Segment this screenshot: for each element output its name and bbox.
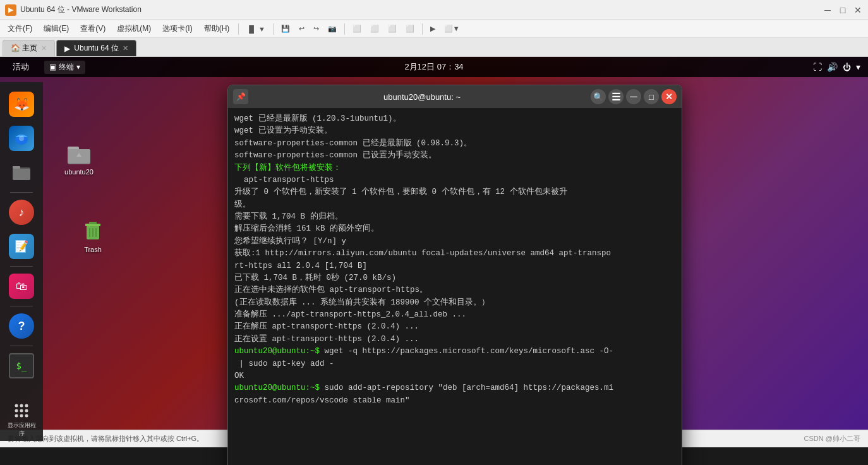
term-line-10: 您希望继续执行吗？ [Y/n] y xyxy=(234,236,675,248)
term-line-11: 获取:1 http://mirrors.aliyun.com/ubuntu fo… xyxy=(234,248,675,272)
toolbar-separator-3 xyxy=(344,23,345,35)
menu-view[interactable]: 查看(V) xyxy=(75,22,111,35)
ubuntu-desktop: 活动 ▣ 终端 ▾ 2月12日 07：34 ⛶ 🔊 ⏻ ▾ 🦊 xyxy=(0,57,868,447)
appgrid-icon xyxy=(9,401,34,421)
firefox-icon: 🦊 xyxy=(9,92,34,117)
minimize-button[interactable]: ─ xyxy=(823,5,833,15)
watermark: CSDN @帅小二哥 xyxy=(804,434,860,444)
snapshot-btn3[interactable]: 📷 xyxy=(324,23,341,34)
svg-rect-19 xyxy=(89,222,97,224)
dock-item-files[interactable] xyxy=(6,157,37,188)
rhythmbox-icon: ♪ xyxy=(9,200,34,225)
dock-item-help[interactable]: ? xyxy=(6,311,37,341)
dock-item-appgrid[interactable]: 显示应用程序 xyxy=(6,404,37,434)
toolbar-separator-2 xyxy=(273,23,274,35)
term-line-19: OK xyxy=(234,370,675,382)
ubuntu-tab-label: Ubuntu 64 位 xyxy=(74,43,119,54)
view-btn1[interactable]: ⬜ xyxy=(349,23,365,34)
menu-help[interactable]: 帮助(H) xyxy=(199,22,235,35)
svg-rect-3 xyxy=(13,166,20,169)
thunderbird-icon xyxy=(9,126,34,151)
term-line-6: apt-transport-https xyxy=(234,174,675,186)
network-icon[interactable]: ⛶ xyxy=(813,62,822,72)
close-button[interactable]: ✕ xyxy=(853,5,863,15)
tab-ubuntu[interactable]: ▶ Ubuntu 64 位 ✕ xyxy=(56,40,136,56)
home-tab-label: 🏠 主页 xyxy=(11,43,37,54)
appgrid-label: 显示应用程序 xyxy=(6,421,37,438)
term-line-20: ubuntu20@ubuntu:~$ sudo add-apt-reposito… xyxy=(234,382,675,407)
menu-vm[interactable]: 虚拟机(M) xyxy=(112,22,156,35)
term-line-13: 正在选中未选择的软件包 apt-transport-https。 xyxy=(234,284,675,296)
dock-item-firefox[interactable]: 🦊 xyxy=(6,89,37,119)
svg-point-13 xyxy=(25,414,28,417)
desktop-icon-trash[interactable]: Trash xyxy=(68,210,118,257)
terminal-titlebar: 📌 ubuntu20@ubuntu: ~ 🔍 ☰ ─ □ ✕ xyxy=(228,85,682,108)
menu-file[interactable]: 文件(F) xyxy=(3,22,37,35)
terminal-search-button[interactable]: 🔍 xyxy=(591,89,606,104)
desktop-icon-home[interactable]: ubuntu20 xyxy=(54,133,104,179)
writer-icon: 📝 xyxy=(9,234,34,259)
menu-tabs[interactable]: 选项卡(I) xyxy=(157,22,197,35)
term-line-9: 解压缩后会消耗 161 kB 的额外空间。 xyxy=(234,223,675,235)
power-controls[interactable]: ▐▌ ▼ xyxy=(243,24,269,34)
terminal-maximize-button[interactable]: □ xyxy=(644,89,659,104)
dock-separator-3 xyxy=(10,306,33,306)
terminal-pin-button[interactable]: 📌 xyxy=(233,89,248,104)
dock-item-rhythmbox[interactable]: ♪ xyxy=(6,197,37,227)
fullscreen-btn[interactable]: ⬜▼ xyxy=(440,23,464,34)
gnome-tray: ⛶ 🔊 ⏻ ▾ xyxy=(813,62,860,72)
terminal-icon: ▣ xyxy=(49,63,56,71)
console-btn[interactable]: ▶ xyxy=(426,23,439,34)
trash-icon xyxy=(78,214,108,245)
dock-item-thunderbird[interactable] xyxy=(6,123,37,154)
terminal-minimize-button[interactable]: ─ xyxy=(626,89,641,104)
dock-item-terminal[interactable]: $_ xyxy=(6,351,37,381)
term-line-5: 下列【新】软件包将被安装： xyxy=(234,162,675,174)
home-tab-close[interactable]: ✕ xyxy=(41,44,47,52)
term-line-8: 需要下载 1,704 B 的归档。 xyxy=(234,211,675,223)
view-btn3[interactable]: ⬜ xyxy=(384,23,401,34)
terminal-indicator[interactable]: ▣ 终端 ▾ xyxy=(44,61,85,74)
terminal-body[interactable]: wget 已经是最新版 (1.20.3-1ubuntu1)。 wget 已设置为… xyxy=(228,108,682,465)
term-line-17: 正在设置 apt-transport-https (2.0.4) ... xyxy=(234,334,675,346)
dock-item-writer[interactable]: 📝 xyxy=(6,231,37,262)
home-folder-icon xyxy=(64,136,94,167)
snapshot-btn[interactable]: ↩ xyxy=(295,23,308,34)
gnome-topbar: 活动 ▣ 终端 ▾ 2月12日 07：34 ⛶ 🔊 ⏻ ▾ xyxy=(0,57,868,77)
activities-button[interactable]: 活动 xyxy=(8,60,34,74)
view-btn2[interactable]: ⬜ xyxy=(366,23,383,34)
dock-separator-2 xyxy=(10,266,33,267)
menu-edit[interactable]: 编辑(E) xyxy=(39,22,74,35)
settings-arrow[interactable]: ▾ xyxy=(856,62,860,72)
terminal-menu-button[interactable]: ☰ xyxy=(608,89,624,104)
term-line-1: wget 已经是最新版 (1.20.3-1ubuntu1)。 xyxy=(234,113,675,125)
terminal-controls: 🔍 ☰ ─ □ ✕ xyxy=(591,89,677,104)
svg-point-5 xyxy=(15,404,18,407)
svg-point-11 xyxy=(15,414,18,417)
term-line-15: 准备解压 .../apt-transport-https_2.0.4_all.d… xyxy=(234,309,675,321)
term-line-12: 已下载 1,704 B，耗时 0秒 (27.0 kB/s) xyxy=(234,272,675,284)
restore-button[interactable]: □ xyxy=(838,5,848,15)
terminal-close-button[interactable]: ✕ xyxy=(661,89,677,104)
term-line-14: (正在读取数据库 ... 系统当前共安装有 189900 个文件和目录。） xyxy=(234,297,675,309)
view-btn4[interactable]: ⬜ xyxy=(402,23,418,34)
terminal-label: 终端 xyxy=(59,62,74,73)
term-line-4: software-properties-common 已设置为手动安装。 xyxy=(234,150,675,162)
power-icon[interactable]: ⏻ xyxy=(843,63,851,72)
removable-media[interactable]: 💾 xyxy=(277,23,294,34)
dock-separator-4 xyxy=(10,346,33,346)
prompt-1: ubuntu20@ubuntu:~$ xyxy=(234,347,320,356)
sound-icon[interactable]: 🔊 xyxy=(827,62,838,72)
tab-home[interactable]: 🏠 主页 ✕ xyxy=(3,40,55,56)
terminal-arrow: ▾ xyxy=(76,63,80,71)
term-line-16: 正在解压 apt-transport-https (2.0.4) ... xyxy=(234,321,675,333)
terminal-pin-area: 📌 xyxy=(233,89,248,104)
dock-item-appstore[interactable]: 🛍 xyxy=(6,271,37,301)
snapshot-btn2[interactable]: ↪ xyxy=(310,23,323,34)
vmware-menubar: 文件(F) 编辑(E) 查看(V) 虚拟机(M) 选项卡(I) 帮助(H) ▐▌… xyxy=(0,20,868,38)
term-line-2: wget 已设置为手动安装。 xyxy=(234,125,675,137)
ubuntu-tab-close[interactable]: ✕ xyxy=(123,44,128,52)
svg-rect-4 xyxy=(13,169,30,180)
svg-point-10 xyxy=(25,409,28,412)
terminal-title: ubuntu20@ubuntu: ~ xyxy=(253,92,591,102)
